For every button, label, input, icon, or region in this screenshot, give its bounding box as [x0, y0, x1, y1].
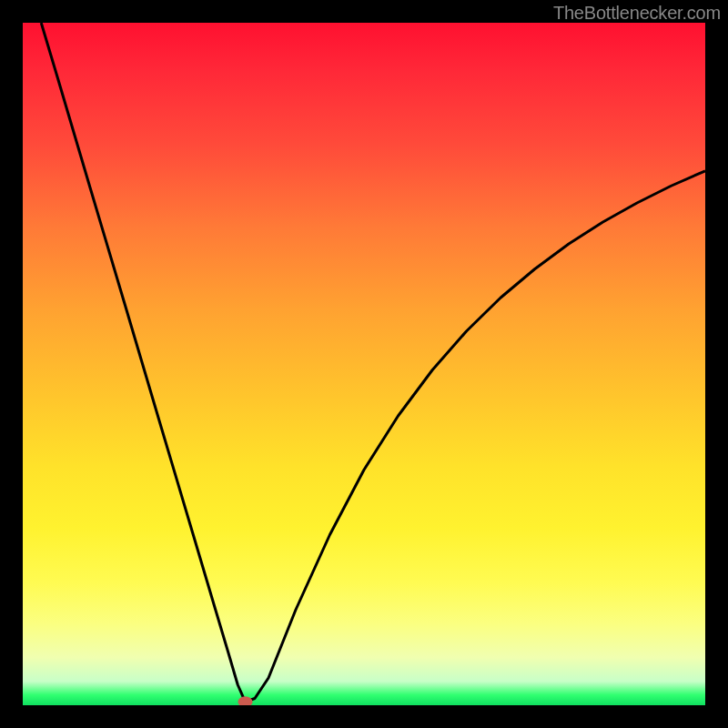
- chart-canvas: [23, 23, 705, 705]
- bottleneck-curve: [41, 23, 705, 702]
- optimum-marker: [238, 696, 253, 705]
- watermark-text: TheBottlenecker.com: [553, 3, 721, 24]
- plot-area: [23, 23, 705, 705]
